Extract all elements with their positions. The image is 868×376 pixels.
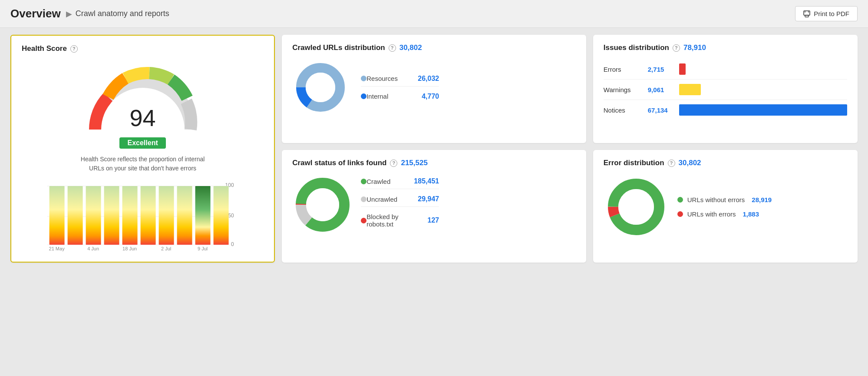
no-errors-dot (677, 197, 683, 203)
svg-rect-17 (159, 186, 174, 245)
blocked-dot (361, 218, 366, 223)
issues-warnings-row: Warnings 9,061 (604, 80, 847, 100)
resources-label: Resources (366, 75, 398, 82)
svg-rect-15 (122, 186, 138, 245)
gauge-svg: 94 (82, 64, 204, 134)
legend-uncrawled: Uncrawled 29,947 (361, 195, 439, 207)
legend-crawled: Crawled 185,451 (361, 177, 439, 189)
crawled-urls-donut (292, 59, 349, 116)
with-errors-count: 1,883 (743, 210, 759, 218)
errors-label: Errors (604, 66, 643, 73)
crawl-status-content: Crawled 185,451 Uncrawled 29,947 Blocked… (292, 174, 576, 231)
notices-label: Notices (604, 106, 643, 114)
health-score-number: 94 (130, 106, 156, 130)
issues-distribution-card: Issues distribution ? 78,910 Errors 2,71… (593, 35, 858, 143)
svg-text:9 Jul: 9 Jul (198, 246, 208, 251)
issues-distribution-title: Issues distribution ? 78,910 (604, 43, 847, 52)
errors-bar-container (679, 63, 847, 75)
crawled-urls-content: Resources 26,032 Internal 4,770 (292, 59, 576, 116)
internal-dot (361, 93, 366, 99)
crawled-label: Crawled (366, 178, 390, 185)
crawled-dot (361, 179, 366, 184)
page-subtitle: Crawl anatomy and reports (76, 9, 169, 18)
svg-rect-11 (50, 186, 65, 245)
svg-text:0: 0 (231, 241, 234, 247)
svg-rect-19 (195, 186, 211, 245)
issues-total: 78,910 (683, 43, 706, 52)
blocked-count: 127 (419, 216, 439, 224)
resources-count: 26,032 (409, 75, 439, 83)
health-score-title: Health Score ? (22, 44, 264, 53)
svg-point-32 (618, 189, 654, 225)
print-pdf-button[interactable]: Print to PDF (795, 6, 858, 21)
svg-text:18 Jun: 18 Jun (122, 246, 137, 251)
svg-rect-14 (104, 186, 119, 245)
uncrawled-label: Uncrawled (366, 196, 397, 203)
resources-dot (361, 76, 366, 81)
print-icon (803, 10, 810, 17)
health-score-card: Health Score ? (10, 35, 275, 263)
svg-text:4 Jun: 4 Jun (87, 246, 99, 251)
gauge-wrapper: 94 Excellent Health Score reflects the p… (22, 64, 264, 173)
crawl-status-legend: Crawled 185,451 Uncrawled 29,947 Blocked… (361, 177, 439, 228)
play-icon: ▶ (66, 9, 72, 19)
crawl-status-help-icon[interactable]: ? (390, 160, 397, 167)
crawled-urls-total: 30,802 (399, 43, 422, 52)
errors-count: 2,715 (648, 66, 674, 73)
svg-rect-12 (68, 186, 83, 245)
svg-rect-16 (141, 186, 156, 245)
crawled-urls-card: Crawled URLs distribution ? 30,802 Resou… (282, 35, 586, 143)
warnings-count: 9,061 (648, 86, 674, 93)
svg-rect-1 (805, 15, 809, 17)
error-legend: URLs without errors 28,919 URLs with err… (677, 196, 772, 218)
health-score-description: Health Score reflects the proportion of … (78, 155, 208, 173)
crawl-status-title: Crawl status of links found ? 215,525 (292, 159, 576, 167)
svg-text:21 May: 21 May (49, 246, 65, 251)
errors-bar (679, 63, 686, 75)
uncrawled-dot (361, 196, 366, 202)
no-errors-count: 28,919 (752, 196, 772, 203)
svg-point-29 (306, 188, 339, 221)
warnings-bar (679, 84, 701, 95)
crawl-status-total: 215,525 (401, 159, 427, 167)
crawl-status-donut (292, 174, 349, 231)
legend-item-internal: Internal 4,770 (361, 93, 439, 100)
issues-errors-row: Errors 2,715 (604, 59, 847, 80)
error-legend-without-errors: URLs without errors 28,919 (677, 196, 772, 203)
issues-help-icon[interactable]: ? (673, 44, 680, 52)
error-distribution-card: Error distribution ? 30,802 URLs without… (593, 150, 858, 263)
notices-count: 67,134 (648, 106, 674, 114)
uncrawled-count: 29,947 (409, 195, 439, 203)
notices-bar (679, 104, 847, 116)
warnings-label: Warnings (604, 86, 643, 93)
issues-notices-row: Notices 67,134 (604, 100, 847, 120)
with-errors-label: URLs with errors (687, 210, 736, 218)
legend-item-resources: Resources 26,032 (361, 75, 439, 87)
health-chart: 100 50 0 (22, 182, 264, 253)
page-title: Overview (10, 7, 61, 20)
crawled-urls-help-icon[interactable]: ? (389, 44, 396, 52)
crawled-count: 185,451 (405, 177, 439, 185)
svg-text:2 Jul: 2 Jul (161, 246, 171, 251)
no-errors-label: URLs without errors (687, 196, 745, 203)
error-dist-donut (604, 174, 669, 240)
svg-rect-20 (214, 186, 229, 245)
error-dist-total: 30,802 (679, 159, 701, 167)
health-score-help-icon[interactable]: ? (70, 45, 78, 53)
svg-text:50: 50 (228, 213, 234, 219)
legend-blocked: Blocked by robots.txt 127 (361, 213, 439, 228)
svg-point-4 (306, 73, 335, 102)
warnings-bar-container (679, 84, 847, 95)
crawled-urls-title: Crawled URLs distribution ? 30,802 (292, 43, 576, 52)
crawl-status-card: Crawl status of links found ? 215,525 (282, 150, 586, 263)
crawled-urls-legend: Resources 26,032 Internal 4,770 (361, 75, 439, 100)
error-distribution-title: Error distribution ? 30,802 (604, 159, 847, 167)
svg-rect-13 (86, 186, 101, 245)
error-distribution-content: URLs without errors 28,919 URLs with err… (604, 174, 847, 240)
internal-label: Internal (366, 93, 388, 100)
svg-rect-0 (804, 11, 810, 15)
svg-rect-18 (177, 186, 192, 245)
dashboard: Crawled URLs distribution ? 30,802 Resou… (0, 28, 868, 270)
page-header: Overview ▶ Crawl anatomy and reports Pri… (0, 0, 868, 28)
error-dist-help-icon[interactable]: ? (668, 160, 675, 167)
